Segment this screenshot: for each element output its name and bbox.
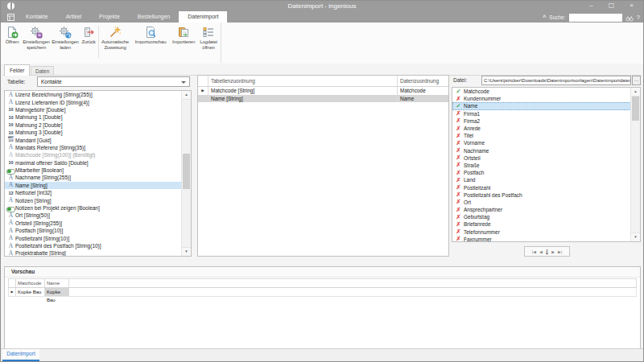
mapping-row[interactable]: ▶ Matchcode [String] Matchcode xyxy=(198,87,448,95)
string-type-icon: A xyxy=(6,220,15,226)
search-input[interactable] xyxy=(569,14,622,22)
pager-prev-button[interactable]: ◀ xyxy=(539,249,543,254)
column-item[interactable]: ✗Ansprechpartner xyxy=(452,206,631,213)
logfile-icon xyxy=(202,24,215,39)
tab-projekte[interactable]: Projekte xyxy=(90,11,129,23)
field-list-item[interactable]: 10Mahngebühr [Double] xyxy=(5,106,182,113)
magic-wand-icon xyxy=(109,24,122,39)
scroll-up-icon[interactable]: ▲ xyxy=(631,88,640,97)
chevron-down-icon xyxy=(181,81,186,84)
column-item[interactable]: ✓Matchcode xyxy=(452,88,631,95)
field-list-item-selected[interactable]: AName [String] xyxy=(5,182,182,189)
field-list-item[interactable]: 10maximal offener Saldo [Double] xyxy=(5,159,182,167)
tab-felder[interactable]: Felder xyxy=(4,64,30,76)
tabelle-combobox[interactable]: Kontakte xyxy=(37,76,190,87)
field-list-item[interactable]: 10Mahnung 2 [Double] xyxy=(5,121,182,129)
tab-artikel[interactable]: Artikel xyxy=(57,11,90,23)
column-item[interactable]: ✗Titel xyxy=(452,132,631,139)
browse-button[interactable]: … xyxy=(632,76,641,85)
preview-column-matchcode[interactable]: Matchcode xyxy=(16,279,45,287)
field-list-item[interactable]: APostleitzahl [String(10)] xyxy=(5,234,182,241)
preview-title: Vorschau xyxy=(5,267,640,278)
column-item[interactable]: ✗Firma2 xyxy=(452,117,631,125)
datei-path-input[interactable]: C:\Users\jstricker\Downloads\Datenimport… xyxy=(481,76,631,85)
columns-scrollbar[interactable]: ▲ ▼ xyxy=(630,88,640,241)
field-list-item[interactable]: AProjektrabatte [String] xyxy=(5,249,182,257)
einstellungen-speichern-button[interactable]: Einstellungen speichern xyxy=(22,24,51,61)
help-button[interactable]: ? xyxy=(637,14,640,21)
pager-next-button[interactable]: ▶ xyxy=(551,249,555,254)
preview-column-name[interactable]: Name xyxy=(45,279,69,287)
field-list-item[interactable]: 10Mahnung 3 [Double] xyxy=(5,129,182,136)
field-list-item[interactable]: Mitarbeiter [Boolean] xyxy=(5,167,182,174)
column-item[interactable]: ✗Anrede xyxy=(452,125,631,132)
tab-datenimport[interactable]: Datenimport xyxy=(179,11,227,23)
scroll-down-icon[interactable]: ▼ xyxy=(631,232,640,241)
open-file-icon xyxy=(6,24,19,39)
tab-kontakte[interactable]: Kontakte xyxy=(17,11,57,23)
scrollbar-thumb[interactable] xyxy=(183,154,190,189)
column-item[interactable]: ✗Straße xyxy=(452,162,631,169)
column-item[interactable]: ✗Postleitzahl des Postfach xyxy=(452,191,631,199)
footer-tab-datenimport[interactable]: Datenimport xyxy=(2,349,39,361)
scrollbar-thumb[interactable] xyxy=(632,97,639,121)
field-list-item[interactable]: ALizenz Bezeichnung [String(255)] xyxy=(5,91,182,98)
datei-label: Datei: xyxy=(453,77,467,83)
footer-tab-bar: Datenimport xyxy=(1,348,643,361)
scroll-down-icon[interactable]: ▼ xyxy=(182,247,191,256)
column-item[interactable]: ✗Telefonnummer xyxy=(452,228,631,236)
collapse-ribbon-button[interactable]: ^ xyxy=(543,14,546,20)
app-menu-icon[interactable] xyxy=(5,11,17,23)
scroll-up-icon[interactable]: ▲ xyxy=(182,91,191,100)
column-item[interactable]: ✗Vorname xyxy=(452,139,631,146)
mapping-row-selected[interactable]: Name [String] Name xyxy=(198,95,448,103)
main-content: Felder Daten Tabelle: Kontakte ALizenz B… xyxy=(1,64,643,349)
tab-bestellungen[interactable]: Bestellungen xyxy=(129,11,179,23)
field-list-item-disabled[interactable]: AMatchcode [String(100)] (Benötigt) xyxy=(5,151,182,158)
einstellungen-laden-button[interactable]: Einstellungen laden xyxy=(51,24,80,61)
column-header-datenzuordnung[interactable]: Datenzuordnung xyxy=(398,76,448,86)
automatische-zuweisung-button[interactable]: Automatische Zuweisung xyxy=(99,24,131,61)
column-item[interactable]: ✗Postleitzahl xyxy=(452,183,631,191)
column-item[interactable]: ✗Briefanrede xyxy=(452,220,631,228)
field-list-item[interactable]: ANotizen [String] xyxy=(5,196,182,204)
fields-scrollbar[interactable]: ▲ ▼ xyxy=(181,91,191,256)
column-header-tabellenzuordnung[interactable]: Tabellenzuordnung xyxy=(208,76,398,86)
maximize-button[interactable]: ▢ xyxy=(601,1,621,11)
field-list-item[interactable]: AMandats Referenz [String(35)] xyxy=(5,144,182,151)
field-list-item[interactable]: AOrtsteil [String(255)] xyxy=(5,220,182,227)
column-item[interactable]: ✗Ortsteil xyxy=(452,154,631,162)
zurueck-button[interactable]: Zurück xyxy=(80,24,97,61)
column-item[interactable]: ✗Land xyxy=(452,176,631,183)
column-item[interactable]: ✗Kundennummer xyxy=(452,95,631,102)
string-type-icon: A xyxy=(6,212,15,219)
column-item[interactable]: ✗Faxnummer xyxy=(452,236,631,242)
column-item[interactable]: ✗Nachname xyxy=(452,147,631,154)
field-list-item[interactable]: APostfach [String(10)] xyxy=(5,227,182,234)
oeffnen-button[interactable]: Öffnen xyxy=(2,24,22,61)
logdatei-oeffnen-button[interactable]: Logdatei öffnen xyxy=(197,24,220,61)
column-item-selected[interactable]: ✓Name xyxy=(452,102,631,109)
importvorschau-button[interactable]: Importvorschau xyxy=(131,24,170,61)
pager-current-page[interactable]: 1 xyxy=(546,249,548,255)
field-list-item[interactable]: ABC123Mandant [Guid] xyxy=(5,136,182,143)
field-list-item[interactable]: ALizenz Lieferanten ID [String(4)] xyxy=(5,98,182,105)
preview-row[interactable]: ▶ Kopke Bau Kopke Bau xyxy=(8,288,637,297)
field-list-item[interactable]: AOrt [String(50)] xyxy=(5,212,182,219)
field-list-item[interactable]: ANachname [String(255)] xyxy=(5,174,182,181)
minimize-button[interactable]: – xyxy=(581,1,601,11)
column-item[interactable]: ✗Geburtstag xyxy=(452,213,631,220)
field-list-item[interactable]: Notizen bei Projekt zeigen [Boolean] xyxy=(5,204,182,212)
cross-icon: ✗ xyxy=(455,154,462,161)
window-title: Datenimport - ingenious xyxy=(1,2,643,10)
field-list-item[interactable]: 10Mahnung 1 [Double] xyxy=(5,113,182,121)
column-item[interactable]: ✗Ort xyxy=(452,199,631,206)
pager-last-button[interactable]: ▶| xyxy=(558,249,562,254)
field-list-item[interactable]: APostleitzahl des Postfach [String(10)] xyxy=(5,242,182,249)
column-item[interactable]: ✗Firma1 xyxy=(452,110,631,117)
field-list-item[interactable]: 12Nettoziel [Int32] xyxy=(5,189,182,196)
importieren-button[interactable]: Importieren xyxy=(170,24,197,61)
pager-first-button[interactable]: |◀ xyxy=(532,249,536,254)
column-item[interactable]: ✗Postfach xyxy=(452,169,631,176)
cross-icon: ✗ xyxy=(455,184,462,191)
